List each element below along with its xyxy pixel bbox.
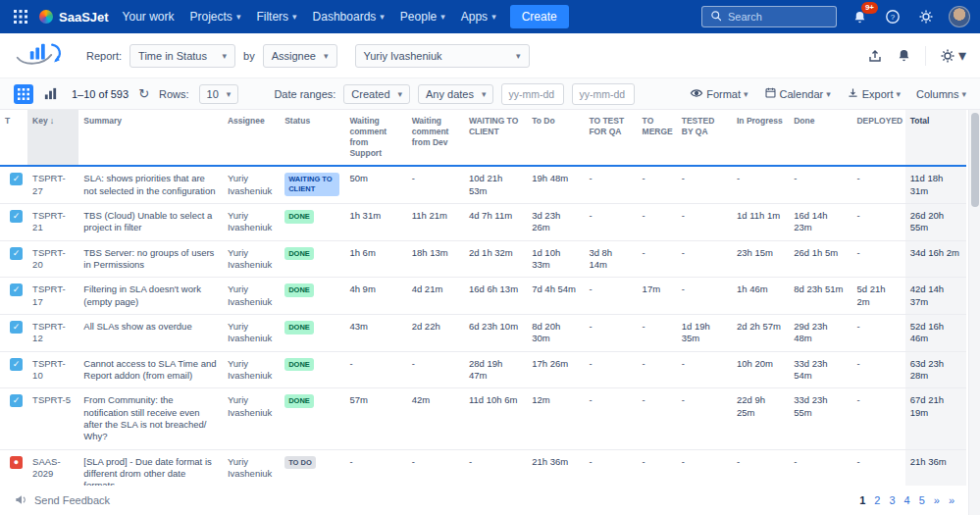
issue-summary[interactable]: TBS Server: no groups of users in Permis… bbox=[78, 240, 223, 278]
format-dropdown[interactable]: Format ▾ bbox=[690, 86, 748, 102]
issue-key[interactable]: TSPRT-10 bbox=[27, 351, 78, 388]
page-2[interactable]: 2 bbox=[874, 494, 880, 506]
time-cell: 1d 11h 1m bbox=[732, 203, 789, 240]
settings-icon[interactable] bbox=[915, 6, 937, 27]
scrollbar-thumb[interactable] bbox=[971, 113, 979, 207]
columns-dropdown[interactable]: Columns ▾ bbox=[916, 88, 966, 100]
page-1[interactable]: 1 bbox=[859, 494, 865, 506]
chart-view-icon[interactable] bbox=[43, 86, 58, 101]
status-badge: DONE bbox=[284, 210, 314, 224]
column-header-key[interactable]: Key↓ bbox=[27, 110, 78, 166]
assignee-filter-select[interactable]: Yuriy Ivasheniuk ▾ bbox=[355, 44, 530, 68]
refresh-icon[interactable]: ↻ bbox=[138, 86, 149, 101]
date-to-input[interactable] bbox=[572, 83, 635, 105]
issue-summary[interactable]: SLA: shows priorities that are not selec… bbox=[78, 166, 223, 203]
app-switcher-icon[interactable] bbox=[10, 6, 31, 27]
time-cell: 29d 23h 48m bbox=[789, 314, 851, 351]
time-cell: - bbox=[851, 314, 904, 351]
table-row: ✓TSPRT-12All SLAs show as overdueYuriy I… bbox=[0, 314, 966, 351]
grid-view-button[interactable] bbox=[14, 84, 33, 104]
vertical-scrollbar[interactable] bbox=[968, 110, 980, 515]
help-button[interactable]: ? bbox=[882, 6, 903, 27]
issue-key[interactable]: TSPRT-27 bbox=[27, 166, 78, 203]
chevron-down-icon: ▾ bbox=[227, 89, 232, 99]
issue-summary[interactable]: Cannot access to SLA Time and Report add… bbox=[78, 351, 223, 388]
date-from-input[interactable] bbox=[501, 83, 564, 105]
last-page-icon[interactable]: » bbox=[949, 494, 954, 506]
page-5[interactable]: 5 bbox=[919, 494, 925, 506]
time-cell: 16d 14h 23m bbox=[789, 203, 851, 240]
page-4[interactable]: 4 bbox=[904, 494, 910, 506]
column-header-in-progress[interactable]: In Progress bbox=[732, 110, 789, 166]
issue-key[interactable]: TSPRT-5 bbox=[27, 388, 78, 449]
user-avatar[interactable] bbox=[949, 6, 970, 27]
status-badge: DONE bbox=[284, 321, 314, 335]
column-header-waiting-client[interactable]: WAITING TO CLIENT bbox=[464, 110, 527, 166]
search-box[interactable] bbox=[701, 6, 837, 27]
total-cell: 21h 36m bbox=[905, 449, 966, 486]
report-type-select[interactable]: Time in Status ▾ bbox=[129, 44, 235, 68]
time-cell: - bbox=[851, 388, 904, 449]
rows-per-page-select[interactable]: 10 ▾ bbox=[199, 84, 239, 104]
issue-summary[interactable]: [SLA prod] - Due date format is differen… bbox=[78, 449, 223, 486]
search-input[interactable] bbox=[728, 11, 828, 23]
column-header-to-test-qa[interactable]: TO TEST FOR QA bbox=[584, 110, 637, 166]
nav-item-filters[interactable]: Filters▾ bbox=[256, 10, 296, 24]
column-header-deployed[interactable]: DEPLOYED bbox=[851, 110, 904, 166]
time-cell: 33d 23h 55m bbox=[789, 388, 851, 449]
topnav-right: 9+ ? bbox=[701, 6, 970, 27]
sort-desc-icon: ↓ bbox=[50, 116, 55, 126]
nav-item-projects[interactable]: Projects▾ bbox=[190, 10, 241, 24]
group-by-select[interactable]: Assignee ▾ bbox=[263, 44, 337, 68]
create-button[interactable]: Create bbox=[510, 5, 569, 28]
date-mode-value: Any dates bbox=[426, 88, 474, 100]
issue-key[interactable]: SAAS-2029 bbox=[27, 449, 78, 486]
issue-summary[interactable]: All SLAs show as overdue bbox=[78, 314, 223, 351]
column-header-to-merge[interactable]: TO MERGE bbox=[638, 110, 677, 166]
assignee-filter-value: Yuriy Ivasheniuk bbox=[364, 50, 442, 62]
issue-summary[interactable]: Filtering in SLA doesn't work (empty pag… bbox=[78, 278, 223, 315]
issue-status-cell: DONE bbox=[280, 278, 344, 315]
nav-item-people[interactable]: People▾ bbox=[400, 10, 445, 24]
issue-summary[interactable]: From Community: the notification still r… bbox=[78, 388, 223, 449]
column-header-done[interactable]: Done bbox=[789, 110, 851, 166]
bell-icon[interactable] bbox=[897, 48, 911, 63]
send-feedback-link[interactable]: Send Feedback bbox=[14, 492, 110, 509]
page-3[interactable]: 3 bbox=[889, 494, 895, 506]
report-settings-button[interactable]: ▾ bbox=[940, 46, 966, 65]
column-header-waiting-dev[interactable]: Waiting comment from Dev bbox=[407, 110, 464, 166]
brand[interactable]: SaaSJet bbox=[39, 10, 109, 25]
column-header-status[interactable]: Status bbox=[280, 110, 344, 166]
issue-key[interactable]: TSPRT-17 bbox=[27, 278, 78, 315]
issue-table-body: ✓TSPRT-27SLA: shows priorities that are … bbox=[0, 166, 966, 486]
column-header-tested-qa[interactable]: TESTED BY QA bbox=[677, 110, 732, 166]
status-badge: DONE bbox=[284, 394, 314, 408]
next-page-icon[interactable]: » bbox=[934, 494, 940, 506]
date-field-select[interactable]: Created ▾ bbox=[343, 84, 410, 104]
column-header-todo[interactable]: To Do bbox=[527, 110, 584, 166]
calendar-dropdown[interactable]: Calendar ▾ bbox=[764, 86, 831, 101]
column-header-total[interactable]: Total bbox=[905, 110, 966, 166]
notifications-button[interactable]: 9+ bbox=[849, 6, 870, 27]
time-cell: 22d 9h 25m bbox=[732, 388, 789, 449]
nav-item-your-work[interactable]: Your work bbox=[123, 10, 175, 24]
column-header-summary[interactable]: Summary bbox=[78, 110, 223, 166]
issue-summary[interactable]: TBS (Cloud) Unable to select a project i… bbox=[78, 203, 223, 240]
issue-key[interactable]: TSPRT-12 bbox=[27, 314, 78, 351]
time-cell: 3d 8h 14m bbox=[584, 240, 637, 278]
issue-key[interactable]: TSPRT-21 bbox=[27, 203, 78, 240]
task-icon: ✓ bbox=[10, 283, 23, 296]
share-icon[interactable] bbox=[867, 48, 883, 64]
nav-item-apps[interactable]: Apps▾ bbox=[461, 10, 496, 24]
column-header-assignee[interactable]: Assignee bbox=[223, 110, 280, 166]
chevron-down-icon: ▾ bbox=[324, 51, 329, 61]
export-dropdown[interactable]: Export ▾ bbox=[847, 86, 901, 101]
column-header-type[interactable]: T bbox=[0, 110, 27, 166]
time-cell: - bbox=[344, 449, 406, 486]
date-mode-select[interactable]: Any dates ▾ bbox=[418, 84, 493, 104]
nav-item-dashboards[interactable]: Dashboards▾ bbox=[313, 10, 385, 24]
column-header-waiting-support[interactable]: Waiting comment from Support bbox=[344, 110, 406, 166]
time-cell: - bbox=[407, 166, 464, 203]
issue-key[interactable]: TSPRT-20 bbox=[27, 240, 78, 278]
status-badge: TO DO bbox=[284, 456, 316, 470]
